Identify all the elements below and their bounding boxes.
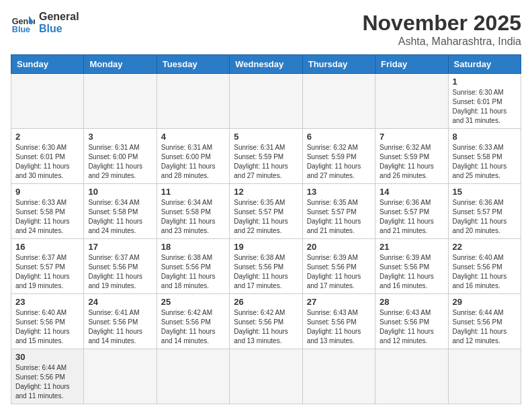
calendar-day-cell (157, 349, 229, 404)
weekday-header: Saturday (448, 55, 521, 74)
calendar-day-cell: 23Sunrise: 6:40 AMSunset: 5:56 PMDayligh… (11, 294, 84, 349)
logo-icon: General Blue (11, 11, 35, 35)
day-number: 13 (307, 187, 371, 197)
calendar-day-cell: 30Sunrise: 6:44 AMSunset: 5:56 PMDayligh… (11, 349, 84, 404)
calendar-day-cell: 21Sunrise: 6:39 AMSunset: 5:56 PMDayligh… (375, 239, 448, 294)
calendar-day-cell (230, 349, 302, 404)
calendar-day-cell: 20Sunrise: 6:39 AMSunset: 5:56 PMDayligh… (302, 239, 375, 294)
weekday-header: Wednesday (230, 55, 302, 74)
day-info: Sunrise: 6:35 AMSunset: 5:57 PMDaylight:… (307, 198, 371, 236)
day-info: Sunrise: 6:36 AMSunset: 5:57 PMDaylight:… (453, 198, 517, 236)
day-number: 28 (380, 297, 443, 307)
month-title: November 2025 (362, 11, 521, 36)
calendar-day-cell: 2Sunrise: 6:30 AMSunset: 6:01 PMDaylight… (11, 129, 84, 184)
day-number: 27 (307, 297, 371, 307)
day-number: 29 (453, 297, 517, 307)
day-number: 17 (88, 242, 152, 252)
day-number: 23 (15, 297, 79, 307)
calendar-day-cell (157, 74, 229, 129)
day-number: 10 (88, 187, 152, 197)
day-info: Sunrise: 6:37 AMSunset: 5:57 PMDaylight:… (15, 253, 79, 291)
day-number: 21 (380, 242, 443, 252)
header: General Blue General Blue November 2025 … (11, 11, 521, 48)
day-number: 18 (161, 242, 225, 252)
calendar-day-cell (448, 349, 521, 404)
day-info: Sunrise: 6:31 AMSunset: 6:00 PMDaylight:… (88, 143, 152, 181)
weekday-header: Friday (375, 55, 448, 74)
calendar-day-cell: 25Sunrise: 6:42 AMSunset: 5:56 PMDayligh… (157, 294, 229, 349)
weekday-header: Tuesday (157, 55, 229, 74)
day-info: Sunrise: 6:39 AMSunset: 5:56 PMDaylight:… (380, 253, 443, 291)
day-info: Sunrise: 6:31 AMSunset: 5:59 PMDaylight:… (234, 143, 298, 181)
calendar-day-cell (230, 74, 302, 129)
calendar-day-cell: 24Sunrise: 6:41 AMSunset: 5:56 PMDayligh… (84, 294, 157, 349)
day-number: 2 (15, 132, 79, 142)
calendar-week-row: 2Sunrise: 6:30 AMSunset: 6:01 PMDaylight… (11, 129, 521, 184)
day-number: 22 (453, 242, 517, 252)
calendar-day-cell: 18Sunrise: 6:38 AMSunset: 5:56 PMDayligh… (157, 239, 229, 294)
logo-general-text: General (39, 11, 79, 23)
calendar-day-cell (302, 349, 375, 404)
day-info: Sunrise: 6:44 AMSunset: 5:56 PMDaylight:… (453, 308, 517, 346)
day-number: 24 (88, 297, 152, 307)
weekday-header: Sunday (11, 55, 84, 74)
calendar-day-cell: 15Sunrise: 6:36 AMSunset: 5:57 PMDayligh… (448, 184, 521, 239)
day-info: Sunrise: 6:30 AMSunset: 6:01 PMDaylight:… (453, 88, 517, 126)
calendar-week-row: 1Sunrise: 6:30 AMSunset: 6:01 PMDaylight… (11, 74, 521, 129)
calendar-day-cell: 28Sunrise: 6:43 AMSunset: 5:56 PMDayligh… (375, 294, 448, 349)
day-info: Sunrise: 6:42 AMSunset: 5:56 PMDaylight:… (161, 308, 225, 346)
svg-text:Blue: Blue (12, 25, 30, 34)
day-info: Sunrise: 6:40 AMSunset: 5:56 PMDaylight:… (453, 253, 517, 291)
calendar-day-cell (84, 349, 157, 404)
calendar-day-cell: 16Sunrise: 6:37 AMSunset: 5:57 PMDayligh… (11, 239, 84, 294)
day-number: 3 (88, 132, 152, 142)
day-info: Sunrise: 6:33 AMSunset: 5:58 PMDaylight:… (15, 198, 79, 236)
day-number: 8 (453, 132, 517, 142)
day-number: 19 (234, 242, 298, 252)
day-info: Sunrise: 6:32 AMSunset: 5:59 PMDaylight:… (380, 143, 443, 181)
calendar: SundayMondayTuesdayWednesdayThursdayFrid… (11, 54, 521, 404)
day-number: 15 (453, 187, 517, 197)
calendar-day-cell (11, 74, 84, 129)
day-info: Sunrise: 6:35 AMSunset: 5:57 PMDaylight:… (234, 198, 298, 236)
day-number: 6 (307, 132, 371, 142)
calendar-day-cell (375, 74, 448, 129)
calendar-day-cell: 11Sunrise: 6:34 AMSunset: 5:58 PMDayligh… (157, 184, 229, 239)
day-number: 30 (15, 352, 79, 362)
day-info: Sunrise: 6:40 AMSunset: 5:56 PMDaylight:… (15, 308, 79, 346)
day-number: 9 (15, 187, 79, 197)
day-info: Sunrise: 6:31 AMSunset: 6:00 PMDaylight:… (161, 143, 225, 181)
day-info: Sunrise: 6:34 AMSunset: 5:58 PMDaylight:… (88, 198, 152, 236)
day-number: 25 (161, 297, 225, 307)
day-info: Sunrise: 6:41 AMSunset: 5:56 PMDaylight:… (88, 308, 152, 346)
calendar-day-cell: 13Sunrise: 6:35 AMSunset: 5:57 PMDayligh… (302, 184, 375, 239)
calendar-day-cell: 12Sunrise: 6:35 AMSunset: 5:57 PMDayligh… (230, 184, 302, 239)
day-info: Sunrise: 6:38 AMSunset: 5:56 PMDaylight:… (234, 253, 298, 291)
calendar-day-cell: 19Sunrise: 6:38 AMSunset: 5:56 PMDayligh… (230, 239, 302, 294)
calendar-day-cell: 8Sunrise: 6:33 AMSunset: 5:58 PMDaylight… (448, 129, 521, 184)
day-info: Sunrise: 6:39 AMSunset: 5:56 PMDaylight:… (307, 253, 371, 291)
calendar-day-cell: 7Sunrise: 6:32 AMSunset: 5:59 PMDaylight… (375, 129, 448, 184)
day-info: Sunrise: 6:30 AMSunset: 6:01 PMDaylight:… (15, 143, 79, 181)
weekday-header: Thursday (302, 55, 375, 74)
calendar-day-cell: 10Sunrise: 6:34 AMSunset: 5:58 PMDayligh… (84, 184, 157, 239)
day-info: Sunrise: 6:33 AMSunset: 5:58 PMDaylight:… (453, 143, 517, 181)
day-info: Sunrise: 6:32 AMSunset: 5:59 PMDaylight:… (307, 143, 371, 181)
calendar-day-cell: 14Sunrise: 6:36 AMSunset: 5:57 PMDayligh… (375, 184, 448, 239)
calendar-day-cell: 1Sunrise: 6:30 AMSunset: 6:01 PMDaylight… (448, 74, 521, 129)
calendar-day-cell (84, 74, 157, 129)
calendar-day-cell: 22Sunrise: 6:40 AMSunset: 5:56 PMDayligh… (448, 239, 521, 294)
weekday-header: Monday (84, 55, 157, 74)
day-number: 4 (161, 132, 225, 142)
day-info: Sunrise: 6:37 AMSunset: 5:56 PMDaylight:… (88, 253, 152, 291)
day-number: 20 (307, 242, 371, 252)
day-number: 26 (234, 297, 298, 307)
day-info: Sunrise: 6:43 AMSunset: 5:56 PMDaylight:… (307, 308, 371, 346)
title-area: November 2025 Ashta, Maharashtra, India (362, 11, 521, 48)
calendar-week-row: 30Sunrise: 6:44 AMSunset: 5:56 PMDayligh… (11, 349, 521, 404)
calendar-header-row: SundayMondayTuesdayWednesdayThursdayFrid… (11, 55, 521, 74)
calendar-week-row: 16Sunrise: 6:37 AMSunset: 5:57 PMDayligh… (11, 239, 521, 294)
calendar-day-cell: 26Sunrise: 6:42 AMSunset: 5:56 PMDayligh… (230, 294, 302, 349)
calendar-day-cell (375, 349, 448, 404)
calendar-day-cell: 6Sunrise: 6:32 AMSunset: 5:59 PMDaylight… (302, 129, 375, 184)
